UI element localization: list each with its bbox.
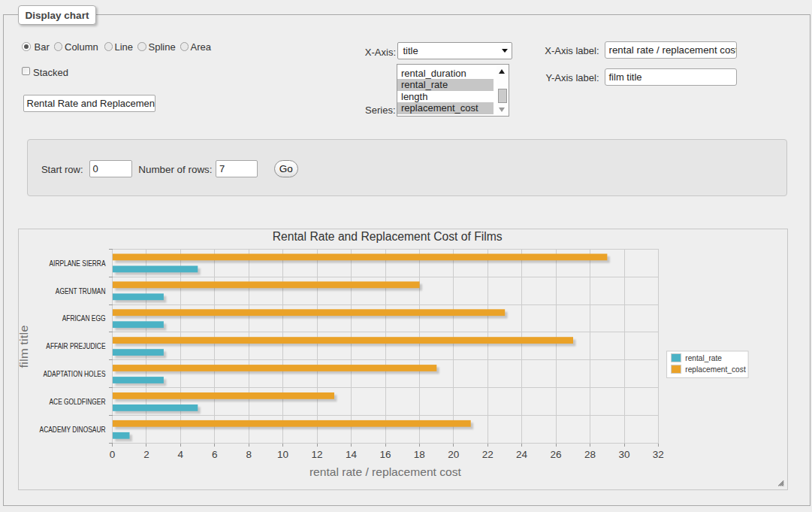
- svg-text:12: 12: [311, 449, 322, 460]
- svg-text:10: 10: [277, 449, 288, 460]
- svg-text:26: 26: [550, 449, 561, 460]
- svg-text:AGENT TRUMAN: AGENT TRUMAN: [56, 286, 106, 295]
- svg-text:film title: film title: [17, 326, 30, 368]
- svg-text:24: 24: [516, 449, 528, 460]
- svg-text:14: 14: [346, 449, 358, 460]
- svg-text:22: 22: [482, 449, 494, 460]
- svg-text:rental rate / replacement cost: rental rate / replacement cost: [309, 465, 462, 478]
- svg-text:32: 32: [653, 449, 664, 460]
- svg-text:ACADEMY DINOSAUR: ACADEMY DINOSAUR: [40, 425, 106, 434]
- svg-text:AFRICAN EGG: AFRICAN EGG: [62, 314, 106, 323]
- svg-text:18: 18: [414, 449, 425, 460]
- svg-text:6: 6: [212, 449, 218, 460]
- svg-text:replacement_cost: replacement_cost: [685, 365, 746, 374]
- svg-text:AFFAIR PREJUDICE: AFFAIR PREJUDICE: [46, 341, 105, 350]
- svg-text:8: 8: [246, 449, 252, 460]
- svg-text:Rental Rate and Replacement Co: Rental Rate and Replacement Cost of Film…: [273, 230, 503, 243]
- svg-text:4: 4: [178, 449, 184, 460]
- svg-text:ADAPTATION HOLES: ADAPTATION HOLES: [43, 369, 105, 378]
- svg-text:16: 16: [379, 449, 391, 460]
- svg-text:ACE GOLDFINGER: ACE GOLDFINGER: [50, 397, 106, 406]
- svg-text:AIRPLANE SIERRA: AIRPLANE SIERRA: [50, 259, 107, 268]
- svg-text:30: 30: [618, 449, 629, 460]
- svg-text:rental_rate: rental_rate: [685, 354, 722, 362]
- svg-text:2: 2: [143, 449, 149, 460]
- svg-text:28: 28: [584, 449, 596, 460]
- svg-text:0: 0: [110, 449, 116, 460]
- svg-text:20: 20: [448, 449, 459, 460]
